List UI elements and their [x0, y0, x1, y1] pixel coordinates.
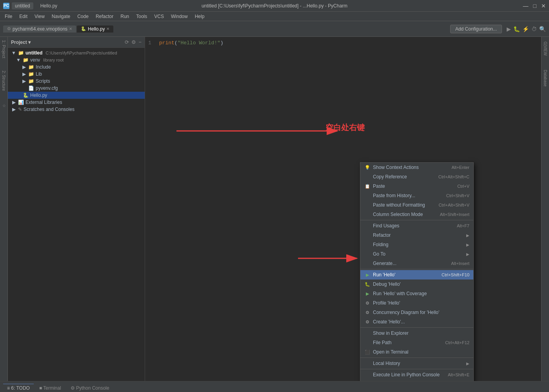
coverage-icon[interactable]: ⚡: [522, 26, 529, 32]
menu-edit[interactable]: Edit: [16, 13, 31, 20]
cm-generate[interactable]: Generate... Alt+Insert: [360, 259, 473, 268]
tree-external-libs[interactable]: ▶ 📊 External Libraries: [8, 99, 145, 106]
tree-extlib-icon: 📊: [18, 100, 24, 105]
left-sidebar: 1: Project 2: Structure ☆: [0, 37, 8, 381]
cm-paste[interactable]: 📋 Paste Ctrl+V: [360, 181, 473, 191]
database-icon[interactable]: Database: [542, 67, 548, 90]
cm-execute-line-label: Execute Line in Python Console: [373, 372, 440, 377]
tree-hello-py[interactable]: 🐍 Hello.py: [8, 92, 145, 99]
structure-icon[interactable]: 2: Structure: [1, 69, 7, 93]
cm-run-hello-icon: ▶: [364, 272, 371, 278]
menu-file[interactable]: File: [2, 13, 15, 20]
cm-sep-2: [360, 269, 473, 269]
profile-icon[interactable]: ⏱: [531, 26, 537, 32]
cm-show-context-actions-shortcut: Alt+Enter: [451, 165, 469, 170]
project-panel: Project ▾ ⟳ ⚙ − ▼ 📁 untitled C:\Users\fy…: [8, 37, 145, 381]
tab-python-console[interactable]: ⚙ Python Console: [67, 384, 113, 392]
close-icon[interactable]: ✕: [541, 3, 546, 9]
tree-scratches[interactable]: ▶ ✎ Scratches and Consoles: [8, 106, 145, 113]
menu-view[interactable]: View: [31, 13, 48, 20]
cm-paste-history[interactable]: Paste from History... Ctrl+Shift+V: [360, 191, 473, 200]
code-print: print("Hello World!"): [159, 40, 224, 46]
cm-column-selection[interactable]: Column Selection Mode Alt+Shift+Insert: [360, 210, 473, 219]
cm-refactor[interactable]: Refactor ▶: [360, 230, 473, 240]
editor-area[interactable]: 1 print("Hello World!") 空白处右键 💡 Show Con…: [145, 37, 541, 381]
tree-include-icon: 📁: [28, 64, 34, 70]
tree-venv[interactable]: ▼ 📁 venv library root: [8, 56, 145, 64]
tab-terminal[interactable]: ■ Terminal: [35, 384, 65, 392]
line-number-1: 1: [148, 40, 151, 46]
cm-show-context-actions[interactable]: 💡 Show Context Actions Alt+Enter: [360, 163, 473, 172]
cm-debug-hello[interactable]: 🐛 Debug 'Hello': [360, 279, 473, 289]
tree-scripts-icon: 📁: [28, 78, 34, 84]
tree-scripts[interactable]: ▶ 📁 Scripts: [8, 78, 145, 85]
tree-include[interactable]: ▶ 📁 Include: [8, 64, 145, 71]
toolbar: ⚙ pycharm64.exe.vmoptions ✕ 🐍 Hello.py ✕…: [0, 21, 549, 37]
tree-pyvenv-icon: 📄: [28, 85, 34, 91]
right-sidebar: G|VIEW Database: [541, 37, 549, 381]
project-icon[interactable]: 1: Project: [1, 38, 7, 60]
untitled-tab[interactable]: untitled: [12, 2, 33, 9]
tree-root[interactable]: ▼ 📁 untitled C:\Users\fyf\PycharmProject…: [8, 49, 145, 56]
cm-goto[interactable]: Go To ▶: [360, 249, 473, 259]
cm-find-usages-label: Find Usages: [373, 223, 399, 229]
cm-concurrency[interactable]: ⚙ Concurrency Diagram for 'Hello': [360, 308, 473, 317]
menu-window[interactable]: Window: [168, 13, 191, 20]
cm-run-hello[interactable]: ▶ Run 'Hello' Ctrl+Shift+F10: [360, 270, 473, 279]
add-configuration-button[interactable]: Add Configuration...: [450, 25, 502, 33]
cm-profile-hello[interactable]: ⚙ Profile 'Hello': [360, 298, 473, 308]
annotation-text: 空白处右键: [325, 122, 365, 133]
cm-folding[interactable]: Folding ▶: [360, 240, 473, 249]
tab-hello-py-close[interactable]: ✕: [106, 27, 109, 31]
search-icon[interactable]: 🔍: [539, 26, 546, 32]
cm-run-coverage[interactable]: ▶ Run 'Hello' with Coverage: [360, 289, 473, 298]
tab-hello-py-label: Hello.py: [88, 26, 105, 32]
tree-lib[interactable]: ▶ 📁 Lib: [8, 71, 145, 78]
cm-show-explorer[interactable]: Show in Explorer: [360, 328, 473, 338]
panel-minimize-icon[interactable]: −: [138, 39, 142, 45]
tab-vmoptions-close[interactable]: ✕: [69, 27, 72, 31]
settings-icon[interactable]: ⚙: [131, 39, 136, 45]
cm-debug-icon: 🐛: [364, 281, 371, 287]
maximize-icon[interactable]: □: [533, 3, 536, 9]
cm-file-path[interactable]: File Path Ctrl+Alt+F12: [360, 338, 473, 347]
cm-generate-label: Generate...: [373, 261, 396, 266]
code-line-1: 1 print("Hello World!"): [148, 40, 541, 46]
menu-refactor[interactable]: Refactor: [93, 13, 116, 20]
tab-hello-py[interactable]: 🐍 Hello.py ✕: [77, 25, 113, 33]
menu-navigate[interactable]: Navigate: [49, 13, 73, 20]
cm-create-hello[interactable]: ⚙ Create 'Hello'...: [360, 317, 473, 327]
cm-local-history[interactable]: Local History ▶: [360, 359, 473, 368]
cm-column-selection-label: Column Selection Mode: [373, 212, 423, 217]
menu-tools[interactable]: Tools: [133, 13, 150, 20]
project-panel-header: Project ▾ ⟳ ⚙ −: [8, 37, 145, 48]
tree-pyvenv[interactable]: 📄 pyvenv.cfg: [8, 85, 145, 92]
hello-py-tab[interactable]: Hello.py: [37, 2, 60, 9]
cm-find-icon: [364, 223, 371, 229]
tab-vmoptions[interactable]: ⚙ pycharm64.exe.vmoptions ✕: [3, 25, 76, 33]
tree-venv-suffix: library root: [43, 58, 64, 62]
cm-copy-reference[interactable]: Copy Reference Ctrl+Alt+Shift+C: [360, 172, 473, 181]
menu-help[interactable]: Help: [192, 13, 208, 20]
cm-sep-1: [360, 220, 473, 220]
menu-vcs[interactable]: VCS: [151, 13, 167, 20]
cm-run-file-python[interactable]: ⚙ Run File in Python Console: [360, 379, 473, 381]
cm-paste-noformat[interactable]: Paste without Formatting Ctrl+Alt+Shift+…: [360, 200, 473, 210]
g-view-icon[interactable]: G|VIEW: [542, 38, 548, 59]
cm-find-usages[interactable]: Find Usages Alt+F7: [360, 221, 473, 230]
cm-column-selection-shortcut: Alt+Shift+Insert: [440, 212, 469, 217]
favorites-icon[interactable]: ☆: [1, 102, 7, 109]
cm-run-hello-shortcut: Ctrl+Shift+F10: [442, 272, 469, 277]
cm-create-icon: ⚙: [364, 319, 371, 325]
cm-open-terminal[interactable]: ⬛ Open in Terminal: [360, 347, 473, 357]
tab-todo[interactable]: ≡ 6: TODO: [3, 384, 34, 392]
menu-run[interactable]: Run: [117, 13, 132, 20]
menu-code[interactable]: Code: [74, 13, 92, 20]
minimize-icon[interactable]: —: [523, 3, 529, 9]
cm-execute-line[interactable]: Execute Line in Python Console Alt+Shift…: [360, 370, 473, 379]
tree-scratches-label: Scratches and Consoles: [24, 107, 75, 112]
run-icon[interactable]: ▶: [507, 26, 511, 32]
sync-icon[interactable]: ⟳: [125, 39, 129, 45]
cm-open-terminal-label: Open in Terminal: [373, 349, 409, 355]
debug-icon[interactable]: 🐛: [513, 26, 520, 32]
